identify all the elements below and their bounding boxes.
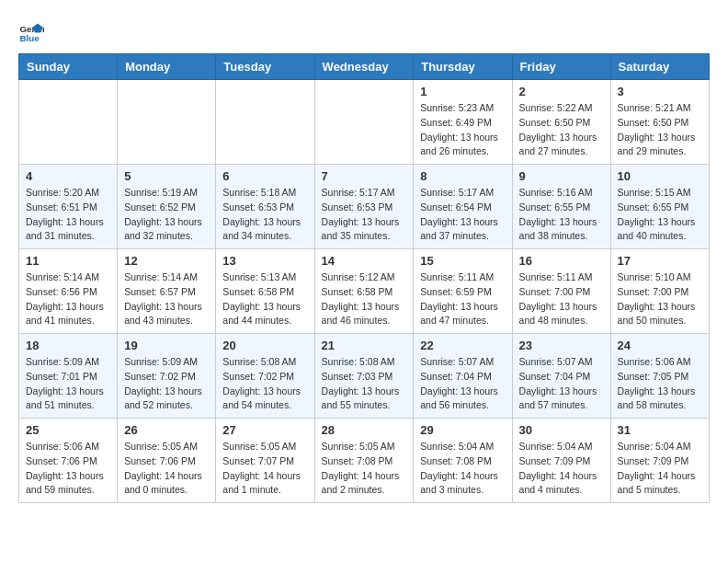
calendar-week-1: 1Sunrise: 5:23 AM Sunset: 6:49 PM Daylig… <box>19 80 710 165</box>
calendar-week-2: 4Sunrise: 5:20 AM Sunset: 6:51 PM Daylig… <box>19 165 710 249</box>
calendar-cell: 21Sunrise: 5:08 AM Sunset: 7:03 PM Dayli… <box>314 334 414 419</box>
day-number: 22 <box>420 339 505 352</box>
weekday-header-wednesday: Wednesday <box>314 54 414 80</box>
calendar-cell: 26Sunrise: 5:05 AM Sunset: 7:06 PM Dayli… <box>118 419 216 503</box>
calendar-cell <box>314 80 414 165</box>
day-info: Sunrise: 5:07 AM Sunset: 7:04 PM Dayligh… <box>519 355 604 413</box>
calendar-cell: 13Sunrise: 5:13 AM Sunset: 6:58 PM Dayli… <box>216 249 314 334</box>
calendar-cell: 17Sunrise: 5:10 AM Sunset: 7:00 PM Dayli… <box>610 249 709 334</box>
day-info: Sunrise: 5:06 AM Sunset: 7:05 PM Dayligh… <box>618 355 702 413</box>
calendar-cell: 10Sunrise: 5:15 AM Sunset: 6:55 PM Dayli… <box>610 165 709 249</box>
day-number: 27 <box>222 423 307 437</box>
day-info: Sunrise: 5:04 AM Sunset: 7:09 PM Dayligh… <box>618 440 702 498</box>
weekday-header-tuesday: Tuesday <box>216 54 314 80</box>
day-info: Sunrise: 5:04 AM Sunset: 7:08 PM Dayligh… <box>420 440 505 498</box>
day-number: 25 <box>26 423 110 437</box>
day-info: Sunrise: 5:14 AM Sunset: 6:56 PM Dayligh… <box>26 270 110 328</box>
day-number: 13 <box>222 254 307 268</box>
calendar-week-3: 11Sunrise: 5:14 AM Sunset: 6:56 PM Dayli… <box>19 249 710 334</box>
calendar-table: SundayMondayTuesdayWednesdayThursdayFrid… <box>18 53 710 503</box>
day-info: Sunrise: 5:13 AM Sunset: 6:58 PM Dayligh… <box>222 270 307 328</box>
weekday-header-thursday: Thursday <box>414 54 512 80</box>
calendar-cell: 19Sunrise: 5:09 AM Sunset: 7:02 PM Dayli… <box>118 334 216 419</box>
day-info: Sunrise: 5:21 AM Sunset: 6:50 PM Dayligh… <box>618 101 702 159</box>
day-info: Sunrise: 5:08 AM Sunset: 7:03 PM Dayligh… <box>322 355 407 413</box>
day-number: 5 <box>124 169 209 183</box>
calendar-cell: 15Sunrise: 5:11 AM Sunset: 6:59 PM Dayli… <box>414 249 512 334</box>
calendar-cell: 3Sunrise: 5:21 AM Sunset: 6:50 PM Daylig… <box>610 80 709 165</box>
calendar-cell: 20Sunrise: 5:08 AM Sunset: 7:02 PM Dayli… <box>216 334 314 419</box>
calendar-cell: 23Sunrise: 5:07 AM Sunset: 7:04 PM Dayli… <box>512 334 610 419</box>
day-info: Sunrise: 5:18 AM Sunset: 6:53 PM Dayligh… <box>222 186 307 244</box>
calendar-cell <box>118 80 216 165</box>
calendar-cell: 6Sunrise: 5:18 AM Sunset: 6:53 PM Daylig… <box>216 165 314 249</box>
day-info: Sunrise: 5:11 AM Sunset: 7:00 PM Dayligh… <box>519 270 604 328</box>
day-info: Sunrise: 5:08 AM Sunset: 7:02 PM Dayligh… <box>222 355 307 413</box>
day-info: Sunrise: 5:12 AM Sunset: 6:58 PM Dayligh… <box>322 270 407 328</box>
day-info: Sunrise: 5:20 AM Sunset: 6:51 PM Dayligh… <box>26 186 110 244</box>
day-number: 31 <box>618 423 702 437</box>
day-info: Sunrise: 5:11 AM Sunset: 6:59 PM Dayligh… <box>420 270 505 328</box>
calendar-cell: 4Sunrise: 5:20 AM Sunset: 6:51 PM Daylig… <box>19 165 118 249</box>
day-number: 11 <box>26 254 110 268</box>
day-number: 12 <box>124 254 209 268</box>
calendar-cell: 2Sunrise: 5:22 AM Sunset: 6:50 PM Daylig… <box>512 80 610 165</box>
calendar-cell: 24Sunrise: 5:06 AM Sunset: 7:05 PM Dayli… <box>610 334 709 419</box>
calendar-cell: 25Sunrise: 5:06 AM Sunset: 7:06 PM Dayli… <box>19 419 118 503</box>
day-number: 14 <box>322 254 407 268</box>
calendar-cell: 12Sunrise: 5:14 AM Sunset: 6:57 PM Dayli… <box>118 249 216 334</box>
calendar-cell: 29Sunrise: 5:04 AM Sunset: 7:08 PM Dayli… <box>414 419 512 503</box>
day-number: 17 <box>618 254 702 268</box>
weekday-header-friday: Friday <box>512 54 610 80</box>
calendar-header-row: SundayMondayTuesdayWednesdayThursdayFrid… <box>19 54 710 80</box>
day-number: 2 <box>519 85 604 98</box>
svg-text:Blue: Blue <box>19 33 40 43</box>
day-info: Sunrise: 5:07 AM Sunset: 7:04 PM Dayligh… <box>420 355 505 413</box>
calendar-cell <box>19 80 118 165</box>
calendar-cell: 22Sunrise: 5:07 AM Sunset: 7:04 PM Dayli… <box>414 334 512 419</box>
day-info: Sunrise: 5:05 AM Sunset: 7:07 PM Dayligh… <box>222 440 307 498</box>
day-info: Sunrise: 5:05 AM Sunset: 7:08 PM Dayligh… <box>322 440 407 498</box>
day-number: 18 <box>26 339 110 352</box>
day-info: Sunrise: 5:06 AM Sunset: 7:06 PM Dayligh… <box>26 440 110 498</box>
calendar-cell: 18Sunrise: 5:09 AM Sunset: 7:01 PM Dayli… <box>19 334 118 419</box>
calendar-cell: 1Sunrise: 5:23 AM Sunset: 6:49 PM Daylig… <box>414 80 512 165</box>
day-number: 6 <box>222 169 307 183</box>
day-number: 4 <box>26 169 110 183</box>
day-info: Sunrise: 5:04 AM Sunset: 7:09 PM Dayligh… <box>519 440 604 498</box>
calendar-cell: 27Sunrise: 5:05 AM Sunset: 7:07 PM Dayli… <box>216 419 314 503</box>
calendar-cell: 30Sunrise: 5:04 AM Sunset: 7:09 PM Dayli… <box>512 419 610 503</box>
calendar-cell: 28Sunrise: 5:05 AM Sunset: 7:08 PM Dayli… <box>314 419 414 503</box>
day-number: 8 <box>420 169 505 183</box>
day-number: 23 <box>519 339 604 352</box>
logo: General Blue <box>18 18 48 44</box>
calendar-week-5: 25Sunrise: 5:06 AM Sunset: 7:06 PM Dayli… <box>19 419 710 503</box>
calendar-cell: 11Sunrise: 5:14 AM Sunset: 6:56 PM Dayli… <box>19 249 118 334</box>
day-info: Sunrise: 5:15 AM Sunset: 6:55 PM Dayligh… <box>618 186 702 244</box>
day-number: 19 <box>124 339 209 352</box>
calendar-cell: 14Sunrise: 5:12 AM Sunset: 6:58 PM Dayli… <box>314 249 414 334</box>
weekday-header-monday: Monday <box>118 54 216 80</box>
day-number: 24 <box>618 339 702 352</box>
calendar-week-4: 18Sunrise: 5:09 AM Sunset: 7:01 PM Dayli… <box>19 334 710 419</box>
calendar-cell: 8Sunrise: 5:17 AM Sunset: 6:54 PM Daylig… <box>414 165 512 249</box>
day-info: Sunrise: 5:10 AM Sunset: 7:00 PM Dayligh… <box>618 270 702 328</box>
day-info: Sunrise: 5:16 AM Sunset: 6:55 PM Dayligh… <box>519 186 604 244</box>
day-number: 7 <box>322 169 407 183</box>
calendar-cell: 7Sunrise: 5:17 AM Sunset: 6:53 PM Daylig… <box>314 165 414 249</box>
calendar-cell <box>216 80 314 165</box>
day-info: Sunrise: 5:19 AM Sunset: 6:52 PM Dayligh… <box>124 186 209 244</box>
day-number: 26 <box>124 423 209 437</box>
page-header: General Blue <box>18 18 710 44</box>
day-info: Sunrise: 5:09 AM Sunset: 7:01 PM Dayligh… <box>26 355 110 413</box>
calendar-cell: 9Sunrise: 5:16 AM Sunset: 6:55 PM Daylig… <box>512 165 610 249</box>
day-info: Sunrise: 5:23 AM Sunset: 6:49 PM Dayligh… <box>420 101 505 159</box>
day-info: Sunrise: 5:05 AM Sunset: 7:06 PM Dayligh… <box>124 440 209 498</box>
day-info: Sunrise: 5:09 AM Sunset: 7:02 PM Dayligh… <box>124 355 209 413</box>
day-number: 21 <box>322 339 407 352</box>
day-number: 3 <box>618 85 702 98</box>
day-info: Sunrise: 5:22 AM Sunset: 6:50 PM Dayligh… <box>519 101 604 159</box>
day-number: 28 <box>322 423 407 437</box>
weekday-header-saturday: Saturday <box>610 54 709 80</box>
weekday-header-sunday: Sunday <box>19 54 118 80</box>
